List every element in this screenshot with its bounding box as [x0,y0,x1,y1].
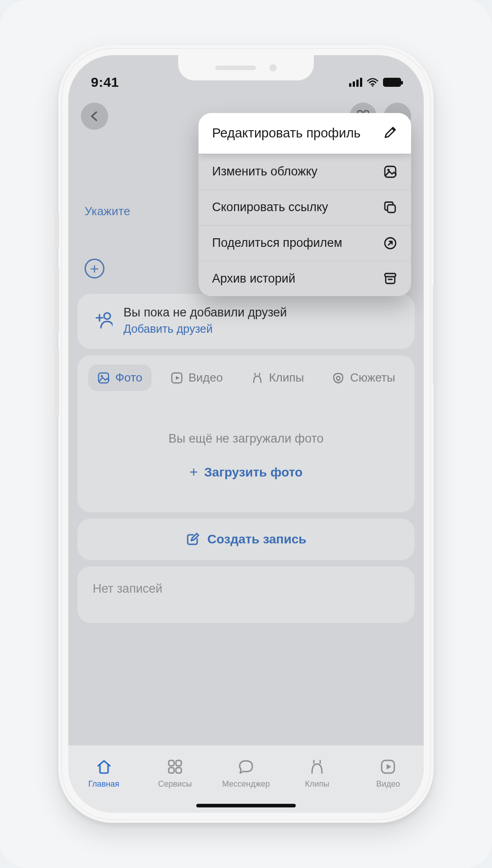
nav-label: Клипы [305,779,329,789]
compose-icon [186,533,199,546]
tab-stories[interactable]: Сюжеты [323,364,404,391]
menu-label: Архив историй [212,271,374,287]
empty-photos: Вы ещё не загружали фото + Загрузить фот… [77,391,415,512]
status-time: 9:41 [91,75,119,90]
media-tabs: Фото Видео Клипы Сюжеты [77,355,415,391]
nav-clips[interactable]: Клипы [282,745,353,801]
menu-label: Поделиться профилем [212,236,374,251]
menu-story-archive[interactable]: Архив историй [199,261,411,297]
home-icon [95,758,113,776]
menu-label: Скопировать ссылку [212,200,374,215]
profile-menu: Редактировать профиль Изменить обложку С… [199,113,411,296]
menu-label: Редактировать профиль [212,125,373,141]
tab-label: Сюжеты [350,371,395,385]
no-posts-text: Нет записей [93,582,162,595]
tab-label: Видео [189,371,223,385]
nav-label: Мессенджер [222,779,270,789]
cellular-icon [349,78,362,87]
nav-label: Сервисы [158,779,192,789]
media-card: Фото Видео Клипы Сюжеты [77,355,415,512]
menu-edit-profile[interactable]: Редактировать профиль [199,113,411,154]
wifi-icon [367,78,378,87]
menu-label: Изменить обложку [212,164,374,179]
home-indicator [196,804,296,807]
friends-card[interactable]: Вы пока не добавили друзей Добавить друз… [77,294,415,349]
plus-icon: + [85,259,104,278]
tab-label: Фото [115,371,142,385]
photo-icon [97,372,110,384]
svg-rect-16 [385,274,396,277]
svg-point-8 [104,313,110,319]
friends-title: Вы пока не добавили друзей [123,306,287,320]
clips-nav-icon [308,758,326,776]
upload-label: Загрузить фото [204,465,303,480]
share-icon [383,236,397,250]
svg-point-10 [101,375,103,377]
services-icon [166,758,184,776]
nav-video[interactable]: Видео [353,745,424,801]
tab-label: Клипы [269,371,304,385]
clips-icon [251,372,264,384]
nav-messenger[interactable]: Мессенджер [210,745,281,801]
nav-label: Видео [376,779,400,789]
empty-message: Вы ещё не загружали фото [86,432,406,446]
plus-icon: + [189,464,198,481]
svg-rect-19 [169,768,174,773]
app-screen: 9:41 [68,55,424,813]
svg-point-0 [372,85,374,87]
menu-copy-link[interactable]: Скопировать ссылку [199,189,411,225]
svg-rect-20 [176,768,181,773]
tab-video[interactable]: Видео [161,364,232,391]
add-friend-icon [91,310,113,331]
video-nav-icon [379,758,397,776]
phone-mockup: 9:41 [58,45,434,823]
no-posts-card: Нет записей [77,566,415,623]
stories-icon [332,372,345,384]
video-icon [170,372,183,384]
device-notch [178,55,314,80]
svg-rect-18 [176,760,181,766]
menu-share-profile[interactable]: Поделиться профилем [199,225,411,261]
back-button[interactable] [81,103,108,130]
tab-photo[interactable]: Фото [88,364,151,391]
battery-icon [383,78,401,87]
tab-clips[interactable]: Клипы [242,364,313,391]
nav-label: Главная [88,779,119,789]
svg-rect-17 [169,760,174,766]
copy-icon [383,200,397,215]
friends-action[interactable]: Добавить друзей [123,322,287,335]
bottom-tabbar: Главная Сервисы Мессенджер Клипы Видео [68,745,424,813]
svg-rect-14 [388,205,395,212]
menu-change-cover[interactable]: Изменить обложку [199,154,411,189]
nav-services[interactable]: Сервисы [139,745,210,801]
upload-photo-button[interactable]: + Загрузить фото [189,464,303,481]
nav-home[interactable]: Главная [68,745,139,801]
chat-icon [237,758,255,776]
image-icon [383,165,397,179]
archive-icon [383,271,397,286]
pencil-icon [382,125,397,141]
compose-button[interactable]: Создать запись [77,519,415,560]
compose-label: Создать запись [208,532,307,547]
